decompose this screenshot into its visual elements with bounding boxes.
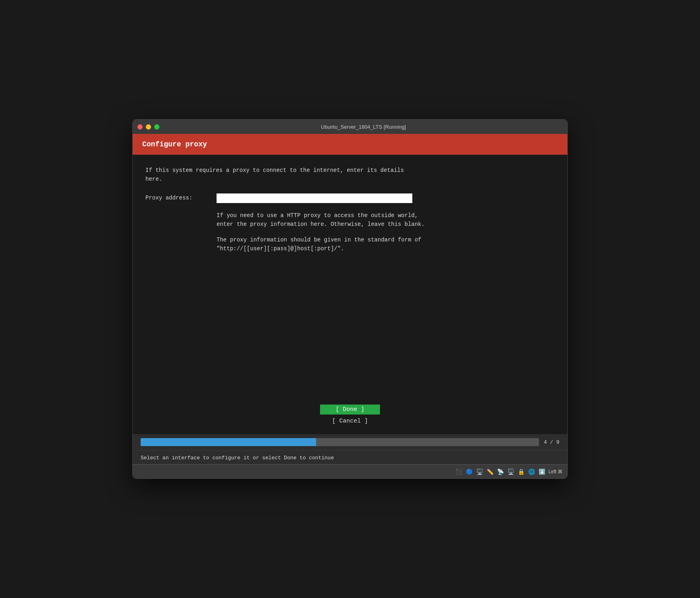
vm-screen: Configure proxy If this system requires … (133, 134, 567, 478)
hint2-line1: The proxy information should be given in… (217, 235, 555, 244)
configure-proxy-header: Configure proxy (133, 134, 567, 155)
progress-label: 4 / 9 (544, 439, 559, 445)
taskbar-icon-6[interactable]: 🖥️ (507, 468, 515, 476)
taskbar-icon-5[interactable]: 📡 (497, 468, 505, 476)
taskbar-icon-2[interactable]: 🔵 (465, 468, 473, 476)
taskbar-icon-8[interactable]: 🌐 (528, 468, 536, 476)
hint-block-2: The proxy information should be given in… (145, 235, 555, 253)
taskbar: ⬛ 🔵 🖥️ ✏️ 📡 🖥️ 🔒 🌐 ⬇️ Left ⌘ (133, 464, 567, 478)
minimize-button[interactable] (146, 124, 151, 130)
progress-bar-area: 4 / 9 (133, 434, 567, 450)
page-title: Configure proxy (142, 140, 207, 148)
close-button[interactable] (137, 124, 143, 130)
taskbar-icon-4[interactable]: ✏️ (486, 468, 494, 476)
proxy-label: Proxy address: (145, 194, 213, 202)
taskbar-icon-7[interactable]: 🔒 (517, 468, 525, 476)
taskbar-icon-3[interactable]: 🖥️ (476, 468, 484, 476)
main-content: If this system requires a proxy to conne… (133, 155, 567, 397)
status-bar: Select an interface to configure it or s… (133, 450, 567, 464)
cancel-button[interactable]: [ Cancel ] (320, 416, 380, 426)
hint1-line2: enter the proxy information here. Otherw… (217, 220, 555, 229)
progress-bar-outer (141, 438, 539, 446)
title-bar: Ubuntu_Server_1804_LTS [Running] (133, 120, 567, 134)
buttons-area: [ Done ] [ Cancel ] (133, 397, 567, 434)
hint-block-1: If you need to use a HTTP proxy to acces… (145, 211, 555, 229)
proxy-address-input[interactable] (217, 193, 412, 203)
taskbar-icon-9[interactable]: ⬇️ (538, 468, 546, 476)
content-area: If this system requires a proxy to conne… (133, 155, 567, 434)
done-button[interactable]: [ Done ] (320, 405, 380, 415)
window-title: Ubuntu_Server_1804_LTS [Running] (164, 124, 563, 130)
proxy-row: Proxy address: (145, 193, 555, 203)
progress-bar-fill (141, 438, 316, 446)
hint1-line1: If you need to use a HTTP proxy to acces… (217, 211, 555, 220)
taskbar-label: Left ⌘ (549, 469, 563, 474)
hint2-line2: "http://[[user][:pass]@]host[:port]/". (217, 244, 555, 253)
status-text: Select an interface to configure it or s… (141, 455, 334, 461)
vm-window: Ubuntu_Server_1804_LTS [Running] Configu… (132, 119, 568, 479)
description-text: If this system requires a proxy to conne… (145, 166, 555, 184)
traffic-lights (137, 124, 159, 130)
maximize-button[interactable] (154, 124, 159, 130)
taskbar-icon-1[interactable]: ⬛ (455, 468, 463, 476)
